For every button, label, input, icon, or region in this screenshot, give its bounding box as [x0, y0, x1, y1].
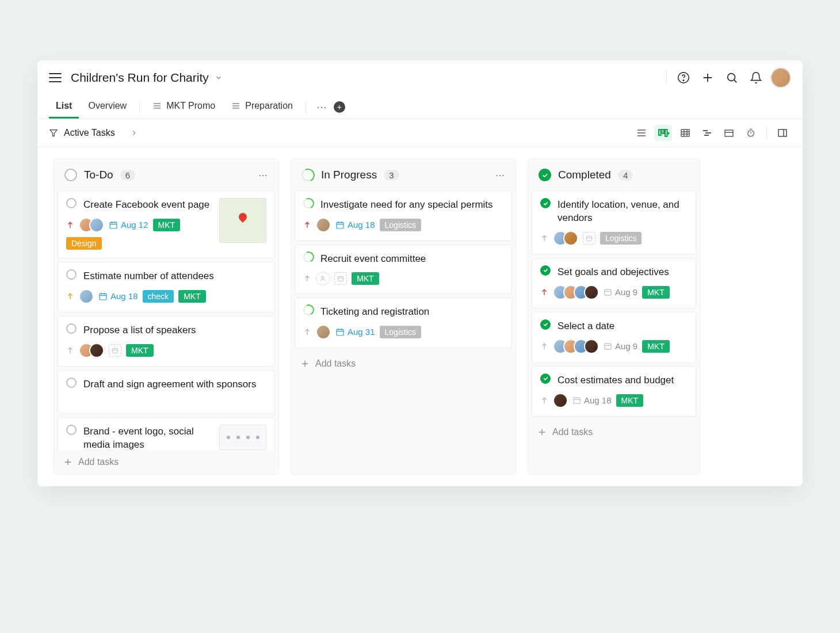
view-calendar-button[interactable]	[720, 125, 738, 141]
status-todo-icon[interactable]	[66, 198, 77, 208]
task-card[interactable]: Investigate need for any special permits…	[295, 190, 512, 241]
svg-rect-45	[113, 348, 118, 353]
bell-icon[interactable]	[746, 68, 766, 87]
add-tasks-button[interactable]: Add tasks	[291, 352, 516, 376]
column-more-icon[interactable]: ⋯	[258, 170, 268, 181]
task-date: Aug 9	[604, 341, 637, 351]
task-card[interactable]: Recruit event committee MKT	[295, 245, 512, 294]
svg-rect-32	[778, 129, 786, 136]
task-card[interactable]: Ticketing and registration Aug 31 Logist…	[295, 298, 512, 348]
svg-rect-59	[337, 329, 343, 335]
date-placeholder-icon[interactable]	[583, 232, 595, 245]
kanban-board: To-Do 6 ⋯ Create Facebook event page	[37, 147, 803, 486]
app-window: Children's Run for Charity List Overview	[37, 60, 803, 486]
view-panel-button[interactable]	[774, 125, 791, 141]
svg-rect-75	[574, 398, 580, 403]
status-done-icon[interactable]	[540, 319, 551, 330]
status-progress-icon[interactable]	[303, 305, 314, 315]
tab-list[interactable]: List	[49, 95, 79, 119]
chevron-down-icon	[215, 74, 223, 82]
calendar-icon	[604, 288, 612, 296]
priority-low-icon	[66, 346, 74, 355]
svg-rect-56	[338, 276, 343, 281]
header-actions	[664, 67, 791, 88]
calendar-icon	[98, 292, 108, 301]
view-list-button[interactable]	[633, 125, 650, 141]
plus-icon	[537, 428, 547, 437]
task-card[interactable]: Propose a list of speakers MKT	[58, 316, 275, 367]
svg-rect-19	[681, 129, 689, 136]
priority-high-icon	[66, 220, 74, 230]
date-placeholder-icon[interactable]	[109, 344, 121, 357]
task-title: Identify location, venue, and vendors	[558, 198, 688, 225]
column-in-progress: In Progress 3 ⋯ Investigate need for any…	[291, 159, 516, 475]
tab-mkt-promo[interactable]: MKT Promo	[146, 95, 222, 119]
add-tab-button[interactable]: +	[334, 101, 345, 113]
status-progress-icon[interactable]	[303, 198, 314, 208]
view-timeline-button[interactable]	[698, 125, 716, 141]
help-icon[interactable]	[674, 68, 693, 87]
tag-mkt: MKT	[616, 394, 644, 407]
column-more-icon[interactable]: ⋯	[495, 170, 505, 181]
svg-rect-35	[110, 222, 117, 228]
task-card[interactable]: Select a date Aug 9 MKT	[532, 312, 696, 363]
view-table-button[interactable]	[677, 125, 694, 141]
view-board-button[interactable]: ▾	[655, 125, 672, 141]
calendar-icon	[109, 220, 118, 230]
more-tabs-icon[interactable]: ⋯	[312, 98, 331, 116]
project-title-dropdown[interactable]: Children's Run for Charity	[71, 71, 223, 85]
user-avatar[interactable]	[770, 67, 791, 88]
header-bar: Children's Run for Charity	[37, 60, 803, 95]
priority-low-icon	[303, 274, 311, 283]
task-card[interactable]: Set goals and obejectives Aug 9 MKT	[532, 258, 696, 308]
tab-overview[interactable]: Overview	[81, 95, 133, 119]
add-icon[interactable]	[698, 68, 717, 87]
image-thumbnail	[219, 425, 266, 450]
priority-low-icon	[540, 396, 548, 405]
task-card[interactable]: Brand - event logo, social media images	[58, 417, 275, 450]
view-timer-button[interactable]	[742, 125, 759, 141]
svg-marker-12	[50, 130, 57, 136]
task-card[interactable]: Identify location, venue, and vendors Lo…	[532, 190, 696, 254]
task-title: Recruit event committee	[320, 252, 426, 266]
svg-rect-16	[659, 129, 661, 135]
svg-rect-50	[337, 222, 343, 228]
tab-preparation[interactable]: Preparation	[224, 95, 300, 119]
status-todo-icon[interactable]	[66, 425, 77, 435]
add-tasks-button[interactable]: Add tasks	[528, 420, 700, 444]
task-date: Aug 9	[604, 287, 637, 297]
search-icon[interactable]	[722, 68, 742, 87]
column-header: In Progress 3 ⋯	[291, 159, 516, 190]
priority-low-icon	[303, 327, 311, 337]
status-progress-icon[interactable]	[303, 252, 314, 262]
plus-icon	[300, 359, 310, 368]
priority-high-icon	[540, 288, 548, 297]
task-card[interactable]: Draft and sign agreement with sponsors	[58, 370, 275, 414]
assignees	[553, 231, 578, 246]
task-card[interactable]: Create Facebook event page Aug 12 MKT	[58, 190, 275, 258]
assignees	[553, 339, 599, 354]
filter-active-tasks[interactable]: Active Tasks	[49, 125, 138, 140]
svg-rect-72	[605, 344, 611, 349]
filter-row: Active Tasks ▾	[37, 119, 803, 147]
task-card[interactable]: Estimate number of attendees Aug 18 chec…	[58, 262, 275, 312]
task-card[interactable]: Cost estimates and budget Aug 18 MKT	[532, 366, 696, 417]
status-todo-icon[interactable]	[66, 323, 77, 334]
assignee-placeholder-icon[interactable]	[316, 272, 330, 285]
tag-logistics: Logistics	[380, 326, 421, 338]
assignee-avatar	[79, 289, 94, 304]
column-count: 3	[384, 170, 399, 181]
status-todo-icon[interactable]	[66, 377, 77, 388]
column-header: To-Do 6 ⋯	[54, 159, 278, 190]
status-done-icon[interactable]	[540, 265, 551, 276]
svg-rect-69	[605, 289, 611, 295]
filter-icon	[49, 128, 58, 138]
add-tasks-button[interactable]: Add tasks	[54, 450, 278, 474]
status-done-icon[interactable]	[540, 373, 551, 384]
status-done-icon[interactable]	[540, 198, 551, 208]
priority-low-icon	[540, 234, 548, 243]
status-todo-icon[interactable]	[66, 269, 77, 280]
calendar-icon	[604, 342, 612, 350]
date-placeholder-icon[interactable]	[334, 272, 347, 285]
hamburger-icon[interactable]	[49, 73, 62, 82]
